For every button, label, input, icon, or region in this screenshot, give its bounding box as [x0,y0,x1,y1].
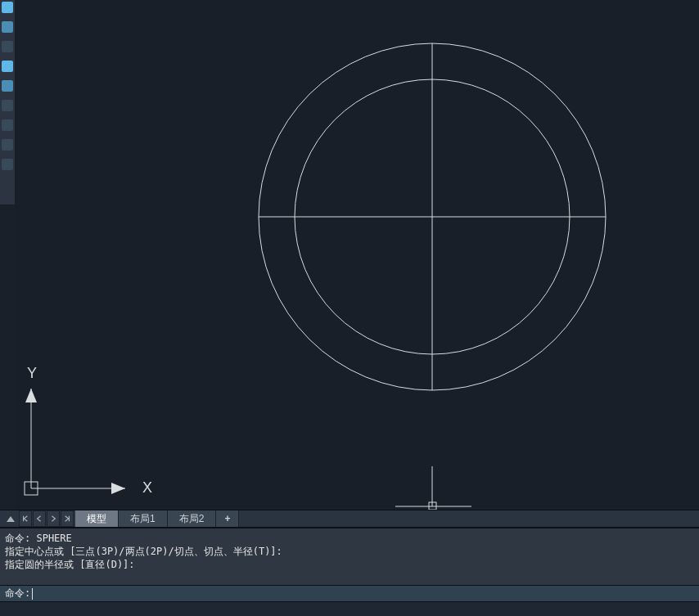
tool-icon[interactable] [2,100,13,111]
command-cursor [32,588,33,600]
status-bar [0,601,699,616]
tab-nav-last[interactable] [61,510,74,527]
drawing-canvas[interactable]: X Y [15,0,699,510]
cmd-history-line: 命令: SPHERE [5,533,72,544]
layout-tab-bar: 模型 布局1 布局2 + [0,510,699,528]
tab-nav-prev[interactable] [33,510,46,527]
tool-icon[interactable] [2,119,13,131]
command-history[interactable]: 命令: SPHERE 指定中心点或 [三点(3P)/两点(2P)/切点、切点、半… [0,528,699,585]
tool-icon[interactable] [2,61,13,72]
ucs-x-label: X [142,479,152,496]
tab-layout2[interactable]: 布局2 [168,510,217,527]
ucs-icon: X Y [25,365,152,496]
tab-menu-toggle-icon[interactable] [7,516,15,522]
tool-icon[interactable] [2,80,13,92]
left-toolbar [0,0,15,205]
tool-icon[interactable] [2,139,13,151]
tab-layout1[interactable]: 布局1 [119,510,168,527]
tab-nav-first[interactable] [19,510,32,527]
tab-model[interactable]: 模型 [75,510,119,527]
tool-icon[interactable] [2,41,13,52]
command-prompt-label: 命令: [5,587,30,600]
tool-icon[interactable] [2,21,13,33]
tab-nav-buttons [0,510,75,527]
tab-add[interactable]: + [216,510,239,527]
command-line[interactable]: 命令: [0,585,699,601]
cmd-history-line: 指定圆的半径或 [直径(D)]: [5,559,135,570]
ucs-y-label: Y [27,365,37,381]
svg-marker-3 [25,389,37,402]
tool-icon[interactable] [2,159,13,170]
tool-icon[interactable] [2,2,13,13]
cmd-history-line: 指定中心点或 [三点(3P)/两点(2P)/切点、切点、半径(T)]: [5,546,282,557]
tab-nav-next[interactable] [47,510,60,527]
svg-marker-1 [111,483,125,494]
canvas-svg: X Y [15,0,699,510]
